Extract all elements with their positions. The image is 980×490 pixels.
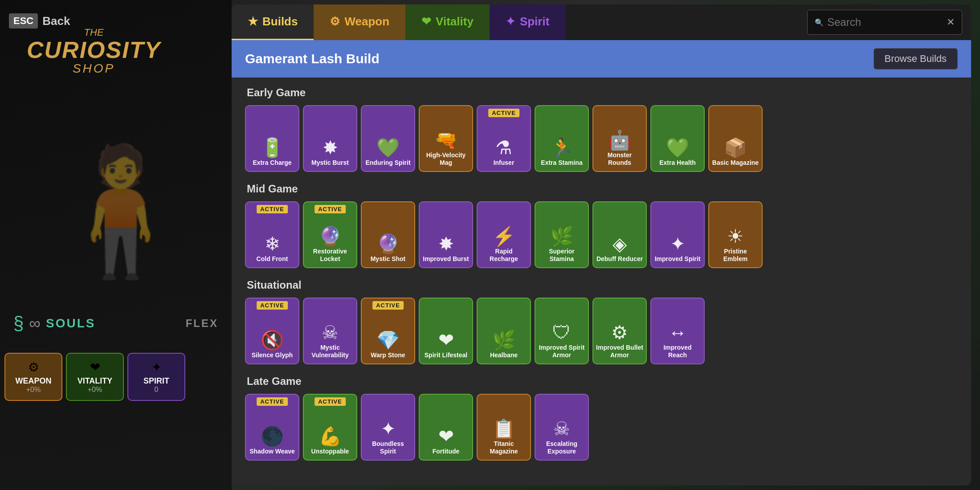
item-name: Unstoppable — [309, 448, 352, 455]
back-label[interactable]: Back — [42, 14, 70, 28]
item-card-mystic-burst[interactable]: ✸Mystic Burst — [303, 105, 357, 172]
item-card-enduring-spirit[interactable]: 💚Enduring Spirit — [361, 105, 415, 172]
vitality-stat-bar[interactable]: ❤ VITALITY +0% — [66, 353, 124, 401]
stat-bars: ⚙ WEAPON +0% ❤ VITALITY +0% ✦ SPIRIT 0 — [4, 353, 185, 401]
active-badge: ACTIVE — [314, 205, 346, 213]
search-box[interactable]: 🔍 ✕ — [807, 10, 962, 35]
item-name: Basic Magazine — [710, 159, 761, 167]
item-card-extra-stamina[interactable]: 🏃Extra Stamina — [535, 105, 589, 172]
item-icon: 📦 — [724, 139, 747, 157]
tab-builds[interactable]: ★ Builds — [232, 4, 314, 40]
section-late-game: Late GameACTIVE🌑Shadow WeaveACTIVE💪Unsto… — [245, 375, 958, 461]
vitality-icon: ❤ — [90, 360, 100, 375]
item-name: Improved Burst — [420, 255, 471, 263]
item-icon: 🏃 — [550, 139, 573, 157]
spirit-icon: ✦ — [151, 360, 162, 375]
item-card-cold-front[interactable]: ACTIVE❄Cold Front — [245, 201, 299, 268]
item-icon: 🔮 — [376, 235, 400, 253]
tab-weapon[interactable]: ⚙ Weapon — [314, 4, 405, 40]
item-icon: 🌑 — [261, 427, 284, 446]
item-name: Extra Health — [657, 159, 698, 167]
item-card-shadow-weave[interactable]: ACTIVE🌑Shadow Weave — [245, 394, 299, 461]
item-card-extra-charge[interactable]: 🔋Extra Charge — [245, 105, 299, 172]
item-icon: 💎 — [376, 331, 400, 350]
item-card-pristine-emblem[interactable]: ☀Pristine Emblem — [708, 201, 763, 268]
flex-label: FLEX — [186, 317, 218, 330]
item-icon: 🔋 — [261, 139, 284, 157]
item-icon: 🔫 — [434, 131, 457, 150]
vitality-tab-label: Vitality — [436, 15, 474, 29]
item-card-titanic-magazine[interactable]: 📋Titanic Magazine — [477, 394, 531, 461]
active-badge: ACTIVE — [488, 109, 519, 117]
item-name: Pristine Emblem — [709, 248, 762, 263]
section-title-early-game: Early Game — [245, 86, 958, 99]
item-card-healbane[interactable]: 🌿Healbane — [477, 298, 531, 364]
item-card-improved-burst[interactable]: ✸Improved Burst — [419, 201, 473, 268]
vitality-tab-icon: ❤ — [421, 15, 431, 29]
search-input[interactable] — [827, 16, 943, 29]
item-card-unstoppable[interactable]: ACTIVE💪Unstoppable — [303, 394, 357, 461]
item-name: Escalating Exposure — [535, 440, 588, 455]
item-card-silence-glyph[interactable]: ACTIVE🔇Silence Glyph — [245, 298, 299, 364]
item-card-escalating-exposure[interactable]: ☠Escalating Exposure — [535, 394, 589, 461]
builds-tab-label: Builds — [262, 15, 298, 29]
vitality-name: VITALITY — [78, 376, 113, 386]
item-card-spirit-lifesteal[interactable]: ❤Spirit Lifesteal — [419, 298, 473, 364]
item-name: Improved Spirit — [652, 255, 703, 263]
section-title-mid-game: Mid Game — [245, 183, 958, 195]
item-icon: 🔮 — [318, 227, 342, 246]
item-card-mystic-vulnerability[interactable]: ☠Mystic Vulnerability — [303, 298, 357, 364]
vitality-value: +0% — [88, 386, 102, 394]
weapon-stat-bar[interactable]: ⚙ WEAPON +0% — [4, 353, 62, 401]
item-card-restorative-locket[interactable]: ACTIVE🔮Restorative Locket — [303, 201, 357, 268]
section-mid-game: Mid GameACTIVE❄Cold FrontACTIVE🔮Restorat… — [245, 183, 958, 268]
item-card-improved-bullet-armor[interactable]: ⚙Improved Bullet Armor — [592, 298, 647, 364]
item-icon: 💚 — [666, 139, 689, 157]
item-card-high-velocity-mag[interactable]: 🔫High-Velocity Mag — [419, 105, 473, 172]
item-card-improved-spirit-armor[interactable]: 🛡Improved Spirit Armor — [535, 298, 589, 364]
item-card-basic-magazine[interactable]: 📦Basic Magazine — [708, 105, 763, 172]
browse-builds-button[interactable]: Browse Builds — [874, 48, 958, 69]
item-name: Rapid Recharge — [478, 248, 530, 263]
item-card-improved-spirit[interactable]: ✦Improved Spirit — [650, 201, 705, 268]
builds-star-icon: ★ — [248, 15, 258, 29]
item-icon: 💚 — [376, 139, 400, 157]
item-card-debuff-reducer[interactable]: ◈Debuff Reducer — [592, 201, 647, 268]
weapon-icon: ⚙ — [28, 360, 39, 375]
item-card-infuser[interactable]: ACTIVE⚗Infuser — [477, 105, 531, 172]
item-card-extra-health[interactable]: 💚Extra Health — [650, 105, 705, 172]
item-card-boundless-spirit[interactable]: ✦Boundless Spirit — [361, 394, 415, 461]
item-card-improved-reach[interactable]: ↔Improved Reach — [650, 298, 705, 364]
spirit-name: SPIRIT — [143, 376, 169, 386]
spirit-tab-label: Spirit — [520, 15, 549, 29]
item-card-superior-stamina[interactable]: 🌿Superior Stamina — [535, 201, 589, 268]
active-badge: ACTIVE — [314, 397, 346, 406]
spirit-stat-bar[interactable]: ✦ SPIRIT 0 — [127, 353, 185, 401]
section-early-game: Early Game🔋Extra Charge✸Mystic Burst💚End… — [245, 86, 958, 172]
items-row-early-game: 🔋Extra Charge✸Mystic Burst💚Enduring Spir… — [245, 105, 958, 172]
active-badge: ACTIVE — [257, 397, 288, 406]
item-name: Warp Stone — [368, 351, 408, 359]
item-name: Spirit Lifesteal — [422, 351, 470, 359]
item-name: Monster Rounds — [593, 151, 646, 167]
build-header: Gamerant Lash Build Browse Builds — [232, 40, 971, 78]
item-name: Fortitude — [430, 448, 462, 455]
item-card-mystic-shot[interactable]: 🔮Mystic Shot — [361, 201, 415, 268]
weapon-tab-icon: ⚙ — [330, 15, 340, 29]
section-title-late-game: Late Game — [245, 375, 958, 388]
main-panel: ★ Builds ⚙ Weapon ❤ Vitality ✦ Spirit 🔍 … — [232, 4, 971, 486]
left-panel: ESC Back THE CURIOSITY SHOP 🧍 § ∞ SOULS … — [0, 0, 232, 490]
item-icon: 🌿 — [550, 227, 573, 246]
item-card-warp-stone[interactable]: ACTIVE💎Warp Stone — [361, 298, 415, 364]
search-clear-icon[interactable]: ✕ — [947, 16, 955, 28]
tab-spirit[interactable]: ✦ Spirit — [490, 4, 565, 40]
item-card-monster-rounds[interactable]: 🤖Monster Rounds — [592, 105, 647, 172]
item-card-rapid-recharge[interactable]: ⚡Rapid Recharge — [477, 201, 531, 268]
tab-vitality[interactable]: ❤ Vitality — [405, 4, 490, 40]
section-situational: SituationalACTIVE🔇Silence Glyph☠Mystic V… — [245, 279, 958, 364]
item-icon: ✸ — [323, 139, 338, 157]
item-icon: ☀ — [727, 227, 744, 246]
item-card-fortitude[interactable]: ❤Fortitude — [419, 394, 473, 461]
esc-button[interactable]: ESC — [9, 13, 38, 29]
item-name: Infuser — [491, 159, 517, 167]
